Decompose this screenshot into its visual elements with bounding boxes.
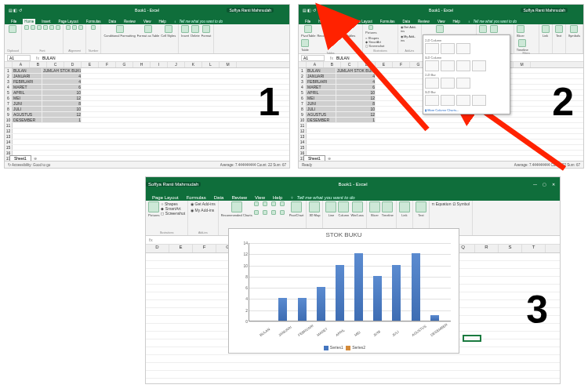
formula-content[interactable]: BULAN <box>336 56 350 60</box>
tab-help[interactable]: Help <box>271 194 284 201</box>
equation-button[interactable]: π Equation <box>432 201 452 206</box>
tab-page-layout[interactable]: Page Layout <box>57 19 80 24</box>
tab-review[interactable]: Review <box>416 19 431 24</box>
italic-button[interactable] <box>31 25 35 30</box>
chart-opt[interactable] <box>456 43 470 54</box>
tab-file[interactable]: File <box>303 19 312 24</box>
worksheet-grid[interactable]: ABCDEFGHIJKLM 1BULANJUMLAH STOK BUKU2JAN… <box>5 62 289 167</box>
pivotchart-button[interactable]: PivotChart <box>289 201 304 217</box>
tab-help[interactable]: Help <box>158 19 168 24</box>
align-button[interactable] <box>66 25 71 30</box>
column-chart[interactable]: STOK BUKU 02468101214 BULANJANUARIFEBRUA… <box>228 228 459 354</box>
chart-btn[interactable] <box>271 210 276 215</box>
tab-formulas[interactable]: Formulas <box>379 19 397 24</box>
min-icon[interactable]: — <box>533 182 538 187</box>
tell-me[interactable]: ♀ Tell me what you want to do <box>466 19 520 24</box>
3dmap-button[interactable]: 3D Map <box>309 201 320 217</box>
tab-view[interactable]: View <box>142 19 153 24</box>
link-button[interactable]: Link <box>399 201 410 217</box>
tell-me[interactable]: ♀ Tell me what you want to do <box>172 19 226 24</box>
chart-btn[interactable] <box>280 210 285 215</box>
tab-review[interactable]: Review <box>230 194 249 201</box>
link-button[interactable]: Link <box>542 25 550 38</box>
tab-home[interactable]: Home <box>317 19 329 24</box>
name-box[interactable]: A1 <box>301 55 325 61</box>
formula-content[interactable]: BULAN <box>42 56 56 60</box>
user-badge[interactable]: Soffya Ranti Mahmudah <box>521 8 568 13</box>
wrap-button[interactable] <box>72 25 77 30</box>
tab-help[interactable]: Help <box>452 19 462 24</box>
chart-opt[interactable] <box>425 95 439 106</box>
tab-insert[interactable]: Insert <box>40 19 52 24</box>
get-addins-button[interactable]: ◉ Get Add-ins <box>401 25 419 33</box>
spark-wl[interactable]: Win/Loss <box>350 201 363 217</box>
tab-insert[interactable]: Insert <box>334 19 346 24</box>
chart-opt[interactable] <box>472 60 486 71</box>
fmt-table-button[interactable]: Format as Table <box>137 25 160 38</box>
tab-page-layout[interactable]: Page Layout <box>351 19 374 24</box>
cell-format-button[interactable]: Format <box>201 25 212 38</box>
chart-opt[interactable] <box>425 43 439 54</box>
chart-opt[interactable] <box>456 95 470 106</box>
cell-styles-button[interactable]: Cell Styles <box>161 25 176 38</box>
pivot-button[interactable]: PivotTable <box>301 25 315 38</box>
fontcolor-button[interactable] <box>56 25 60 30</box>
spark-col[interactable]: Column <box>338 201 349 217</box>
chart-btn[interactable] <box>254 210 259 215</box>
rec-charts-button[interactable]: Recommended Charts <box>221 201 252 217</box>
tab-review[interactable]: Review <box>122 19 137 24</box>
tab-formulas[interactable]: Formulas <box>185 194 208 201</box>
table-button[interactable]: Table <box>301 39 309 52</box>
new-sheet-button[interactable]: ⊕ <box>328 156 331 161</box>
user-badge[interactable]: Soffya Ranti Mahmudah <box>146 182 201 187</box>
underline-button[interactable] <box>37 25 42 30</box>
slicer-button[interactable]: Slicer <box>369 201 380 217</box>
pictures-button[interactable]: Pictures <box>148 201 159 217</box>
chart-opt[interactable] <box>472 95 486 106</box>
tab-data[interactable]: Data <box>212 194 226 201</box>
max-icon[interactable]: ▢ <box>543 182 547 187</box>
chart-opt[interactable] <box>456 60 470 71</box>
user-badge[interactable]: Soffya Ranti Mahmudah <box>227 8 274 13</box>
col-headers[interactable]: ABCDEFGHIJKLM <box>5 62 289 68</box>
selected-cell[interactable] <box>463 335 481 342</box>
name-box[interactable]: A1 <box>7 55 31 61</box>
fx-icon[interactable]: fx <box>36 56 39 60</box>
cond-fmt-button[interactable]: Conditional Formatting <box>103 25 135 38</box>
chart-opt[interactable] <box>441 78 455 89</box>
cell-insert-button[interactable]: Insert <box>181 25 189 38</box>
chart-opt[interactable] <box>456 78 470 89</box>
text-button[interactable]: Text <box>555 25 563 38</box>
chart-btn[interactable] <box>254 201 259 206</box>
chart-opt[interactable] <box>441 60 455 71</box>
tab-formulas[interactable]: Formulas <box>85 19 103 24</box>
chart-type-gallery[interactable]: 2-D Column 3-D Column 2-D Bar 3-D Bar ▮ … <box>423 34 510 114</box>
my-addins-button[interactable]: ◉ My Add-ins <box>401 34 419 42</box>
tell-me[interactable]: ♀ Tell me what you want to do <box>289 194 358 201</box>
rec-pivot-button[interactable]: Recommended PivotTables <box>317 25 355 38</box>
get-addins-button[interactable]: ◉ Get Add-ins <box>191 201 216 206</box>
spark-line[interactable]: Line <box>325 201 336 217</box>
sheet-tab[interactable]: Sheet1 <box>303 155 325 161</box>
tab-data[interactable]: Data <box>107 19 118 24</box>
tab-file[interactable]: File <box>9 19 18 24</box>
tab-page-layout[interactable]: Page Layout <box>151 194 180 201</box>
close-icon[interactable]: ✕ <box>552 182 557 187</box>
sheet-tab[interactable]: Sheet1 <box>9 155 31 161</box>
pictures-button[interactable]: Pictures <box>365 25 376 34</box>
new-sheet-button[interactable]: ⊕ <box>34 156 37 161</box>
chart-opt[interactable] <box>425 60 439 71</box>
more-charts-link[interactable]: ▮ More Column Charts... <box>425 108 508 112</box>
tab-data[interactable]: Data <box>401 19 412 24</box>
timeline-button[interactable]: Timeline <box>382 201 394 217</box>
chart-opt[interactable] <box>441 43 455 54</box>
paste-button[interactable] <box>9 25 16 33</box>
chart-opt[interactable] <box>425 78 439 89</box>
bold-button[interactable] <box>24 25 29 30</box>
fx-icon[interactable]: fx <box>149 238 153 242</box>
fx-icon[interactable]: fx <box>330 56 333 60</box>
screenshot-button[interactable]: ◻ Screenshot <box>365 44 384 48</box>
my-addins-button[interactable]: ◉ My Add-ins <box>191 208 216 212</box>
chart-btn[interactable] <box>263 201 267 206</box>
chart-opt[interactable] <box>441 95 455 106</box>
